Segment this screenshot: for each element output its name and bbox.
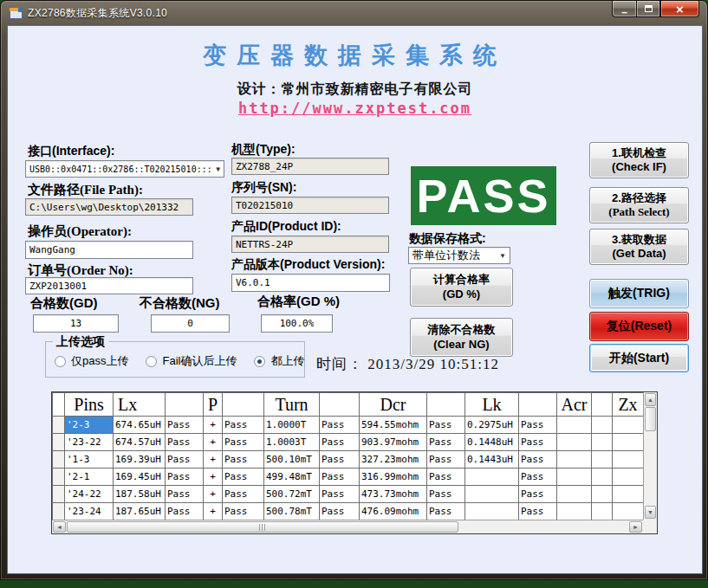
scroll-down-button[interactable]: ▼ [645, 506, 656, 519]
reset-button[interactable]: 复位(Reset) [589, 312, 689, 341]
check-if-button[interactable]: 1.联机检查 (Check IF) [589, 142, 689, 178]
table-cell[interactable]: 0.1448uH [465, 434, 519, 451]
table-cell[interactable] [465, 468, 519, 486]
table-cell[interactable]: Pass [223, 503, 264, 520]
table-cell[interactable] [592, 468, 613, 486]
table-cell[interactable]: 473.73mohm [360, 486, 427, 503]
table-cell[interactable]: Pass [223, 451, 264, 468]
table-cell[interactable] [613, 468, 644, 486]
table-cell[interactable] [613, 451, 644, 468]
table-cell[interactable] [557, 451, 592, 468]
table-cell[interactable]: 500.10mT [264, 451, 320, 468]
table-cell[interactable]: Pass [320, 486, 360, 503]
table-cell[interactable]: 674.57uH [114, 434, 166, 451]
table-cell[interactable]: + [204, 451, 223, 468]
horizontal-scroll-thumb[interactable] [67, 521, 458, 533]
col-header-lx[interactable]: Lx [114, 393, 166, 417]
table-cell[interactable]: Pass [427, 468, 465, 486]
table-cell[interactable] [557, 434, 592, 451]
radio-fail-confirm[interactable] [146, 356, 157, 367]
table-cell[interactable]: 903.97mohm [360, 434, 427, 451]
maximize-button[interactable] [637, 1, 660, 17]
table-cell[interactable]: + [204, 417, 223, 434]
row-header-cell[interactable] [53, 486, 65, 503]
col-header-lk[interactable]: Lk [465, 393, 519, 417]
col-header-acr[interactable]: Acr [557, 393, 592, 417]
table-cell[interactable]: Pass [166, 417, 204, 434]
table-cell[interactable]: Pass [519, 503, 557, 520]
calc-rate-button[interactable]: 计算合格率 (GD %) [410, 268, 513, 307]
table-cell[interactable]: Pass [166, 451, 204, 468]
table-row[interactable]: '24-22 187.58uH Pass + Pass 500.72mT Pas… [53, 486, 644, 503]
table-cell[interactable]: Pass [427, 434, 465, 451]
row-header-cell[interactable] [53, 503, 65, 520]
radio-pass-only[interactable] [55, 356, 66, 367]
table-cell[interactable] [465, 486, 519, 503]
clear-ng-button[interactable]: 清除不合格数 (Clear NG) [410, 318, 513, 357]
interface-combobox[interactable]: USB0::0x0471::0x2786::T020215010::: ▼ [25, 160, 224, 178]
col-header-p-judge[interactable] [223, 393, 264, 417]
table-row[interactable]: '2-3 674.65uH Pass + Pass 1.0000T Pass 5… [53, 417, 644, 434]
trig-button[interactable]: 触发(TRIG) [589, 279, 689, 308]
table-cell[interactable]: Pass [427, 451, 465, 468]
table-cell[interactable] [465, 503, 519, 520]
table-cell[interactable]: 500.72mT [264, 486, 320, 503]
vertical-scroll-thumb[interactable] [645, 407, 656, 431]
table-cell[interactable]: + [204, 503, 223, 520]
scroll-left-button[interactable]: ◄ [53, 521, 66, 533]
table-cell[interactable] [613, 434, 644, 451]
col-header-pins[interactable]: Pins [65, 393, 114, 417]
get-data-button[interactable]: 3.获取数据 (Get Data) [589, 229, 689, 265]
table-cell[interactable]: Pass [223, 417, 264, 434]
table-row[interactable]: '1-3 169.39uH Pass + Pass 500.10mT Pass … [53, 451, 644, 468]
scroll-up-button[interactable]: ▲ [645, 393, 656, 406]
table-cell[interactable]: Pass [320, 451, 360, 468]
table-cell[interactable]: Pass [519, 451, 557, 468]
save-format-combobox[interactable]: 带单位计数法 ▼ [408, 247, 510, 264]
start-button[interactable]: 开始(Start) [589, 344, 689, 372]
gd-count-field[interactable]: 13 [33, 314, 119, 333]
table-cell[interactable]: + [204, 434, 223, 451]
table-cell[interactable] [613, 503, 644, 520]
table-row[interactable]: '23-24 187.65uH Pass + Pass 500.78mT Pas… [53, 503, 644, 520]
table-cell[interactable]: 316.99mohm [360, 468, 427, 486]
close-button[interactable]: × [660, 1, 699, 17]
table-cell[interactable]: 327.23mohm [360, 451, 427, 468]
row-header-cell[interactable] [53, 417, 65, 434]
col-header-dcr[interactable]: Dcr [360, 393, 427, 417]
table-cell[interactable]: 674.65uH [114, 417, 166, 434]
col-header-turn-judge[interactable] [320, 393, 360, 417]
table-row[interactable]: '23-22 674.57uH Pass + Pass 1.0003T Pass… [53, 434, 644, 451]
table-cell[interactable]: Pass [166, 486, 204, 503]
table-cell[interactable]: Pass [320, 417, 360, 434]
table-cell[interactable]: '1-3 [65, 451, 114, 468]
table-cell[interactable] [557, 486, 592, 503]
radio-upload-all[interactable] [254, 356, 265, 367]
table-cell[interactable]: Pass [519, 417, 557, 434]
gd-rate-field[interactable]: 100.0% [261, 314, 333, 333]
table-cell[interactable]: 0.2975uH [465, 417, 519, 434]
col-header-acr-judge[interactable] [592, 393, 613, 417]
table-cell[interactable]: Pass [320, 503, 360, 520]
table-cell[interactable]: '2-3 [65, 417, 114, 434]
table-cell[interactable]: 500.78mT [264, 503, 320, 520]
path-select-button[interactable]: 2.路径选择 (Path Select) [589, 187, 689, 223]
operator-field[interactable]: WangGang [25, 241, 193, 259]
col-header-dcr-judge[interactable] [427, 393, 465, 417]
table-cell[interactable]: Pass [427, 503, 465, 520]
table-cell[interactable]: 169.45uH [114, 468, 166, 486]
table-cell[interactable]: Pass [519, 468, 557, 486]
table-cell[interactable] [613, 417, 644, 434]
table-cell[interactable]: Pass [223, 468, 264, 486]
table-cell[interactable]: Pass [320, 434, 360, 451]
table-cell[interactable]: 1.0003T [264, 434, 320, 451]
order-no-field[interactable]: ZXP2013001 [25, 277, 193, 294]
table-cell[interactable]: Pass [427, 486, 465, 503]
table-cell[interactable]: '24-22 [65, 486, 114, 503]
table-cell[interactable]: 0.1443uH [465, 451, 519, 468]
table-cell[interactable]: Pass [166, 468, 204, 486]
table-cell[interactable]: '23-24 [65, 503, 114, 520]
table-cell[interactable]: Pass [166, 503, 204, 520]
col-header-zx[interactable]: Zx [613, 393, 644, 417]
table-cell[interactable]: Pass [427, 417, 465, 434]
